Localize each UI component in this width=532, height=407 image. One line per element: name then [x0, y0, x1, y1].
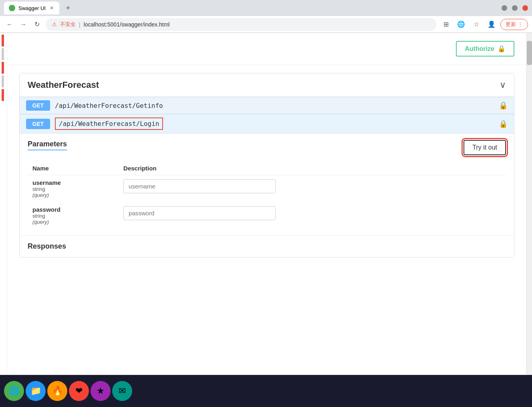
param-name-password: password [32, 206, 114, 213]
scrollbar-thumb[interactable] [527, 41, 532, 65]
taskbar: 🌐 📁 🔥 ❤ ★ ✉ [0, 375, 532, 407]
responses-section: Responses [20, 235, 514, 257]
param-name-cell: username string (query) [28, 175, 119, 202]
endpoint-getinfo[interactable]: GET /api/WeatherForecast/Getinfo 🔒 [20, 97, 514, 114]
param-type-password: string [32, 213, 114, 219]
update-menu-icon: ⋮ [518, 21, 523, 27]
endpoint-path-login: /api/WeatherForecast/Login [55, 117, 163, 130]
translate-icon[interactable]: 🌐 [455, 18, 468, 31]
url-bar[interactable]: ⚠ 不安全 | localhost:5001/swagger/index.htm… [46, 18, 436, 31]
param-location-password: (query) [32, 219, 114, 225]
taskbar-item-1[interactable]: 📁 [26, 381, 46, 401]
username-input[interactable] [123, 179, 276, 193]
browser-tab[interactable]: Swagger UI ✕ [4, 2, 59, 14]
endpoint-path-getinfo: /api/WeatherForecast/Getinfo [55, 102, 163, 109]
toolbar-icons: ⊞ 🌐 ☆ 👤 更新 ⋮ [439, 18, 528, 31]
window-controls [502, 5, 528, 11]
endpoint-login-lock-icon: 🔒 [499, 119, 508, 128]
table-header-row: Name Description [28, 162, 506, 175]
indicator-3 [2, 62, 4, 74]
browser-chrome: Swagger UI ✕ + ← → ↻ ⚠ 不安全 | localhost:5… [0, 0, 532, 33]
new-tab-button[interactable]: + [62, 2, 74, 14]
refresh-button[interactable]: ↻ [31, 19, 42, 30]
api-section-header[interactable]: WeatherForecast ∨ [20, 73, 514, 97]
table-head: Name Description [28, 162, 506, 175]
update-button[interactable]: 更新 ⋮ [500, 19, 528, 30]
minimize-button[interactable] [502, 5, 507, 11]
close-button[interactable] [522, 5, 528, 11]
panel-inner: Parameters Try it out Name Description [20, 134, 514, 235]
tab-title: Swagger UI [18, 5, 46, 11]
indicator-1 [2, 34, 4, 47]
param-input-cell [119, 202, 506, 229]
endpoint-panel: Parameters Try it out Name Description [20, 133, 514, 257]
section-title: WeatherForecast [28, 80, 99, 90]
taskbar-item-5[interactable]: ✉ [112, 381, 132, 401]
address-bar: ← → ↻ ⚠ 不安全 | localhost:5001/swagger/ind… [0, 16, 532, 33]
col-description: Description [119, 162, 506, 175]
authorize-label: Authorize [465, 45, 494, 53]
browser-content: Authorize 🔒 WeatherForecast ∨ GET /api/W… [7, 33, 526, 375]
title-bar: Swagger UI ✕ + [0, 0, 532, 16]
bottom-spacer [7, 265, 526, 290]
back-button[interactable]: ← [4, 19, 15, 30]
param-type-username: string [32, 186, 114, 192]
taskbar-item-3[interactable]: ❤ [69, 381, 89, 401]
left-indicators [0, 33, 7, 375]
taskbar-item-4[interactable]: ★ [91, 381, 111, 401]
indicator-2 [2, 48, 4, 60]
parameters-title: Parameters [28, 140, 67, 148]
nav-buttons: ← → ↻ [4, 19, 42, 30]
param-name-cell: password string (query) [28, 202, 119, 229]
unsafe-label: 不安全 [60, 21, 76, 28]
star-icon[interactable]: ☆ [470, 18, 483, 31]
restore-button[interactable] [512, 5, 518, 11]
password-input[interactable] [123, 206, 276, 220]
chevron-down-icon: ∨ [500, 80, 506, 90]
method-badge-get: GET [26, 100, 50, 111]
taskbar-chrome[interactable]: 🌐 [4, 381, 24, 401]
scrollbar-track[interactable] [526, 33, 532, 375]
col-name: Name [28, 162, 119, 175]
update-label: 更新 [506, 21, 516, 28]
grid-icon[interactable]: ⊞ [439, 18, 452, 31]
taskbar-item-2[interactable]: 🔥 [47, 381, 67, 401]
table-row: password string (query) [28, 202, 506, 229]
swagger-ui: Authorize 🔒 WeatherForecast ∨ GET /api/W… [7, 33, 526, 375]
param-input-cell [119, 175, 506, 202]
security-warning-icon: ⚠ [52, 21, 57, 27]
forward-button[interactable]: → [18, 19, 29, 30]
api-section-weatherforecast: WeatherForecast ∨ GET /api/WeatherForeca… [19, 73, 514, 257]
tab-favicon [9, 5, 15, 11]
indicator-4 [2, 75, 4, 87]
endpoint-lock-icon: 🔒 [499, 101, 508, 110]
swagger-header: Authorize 🔒 [7, 33, 526, 65]
responses-title: Responses [28, 242, 506, 251]
url-separator: | [79, 21, 81, 28]
try-it-out-button[interactable]: Try it out [463, 140, 506, 155]
param-name-username: username [32, 179, 114, 186]
param-location-username: (query) [32, 192, 114, 198]
profile-icon[interactable]: 👤 [485, 18, 498, 31]
indicator-5 [2, 89, 4, 101]
endpoint-login[interactable]: GET /api/WeatherForecast/Login 🔒 [20, 114, 514, 133]
panel-header: Parameters Try it out [28, 140, 506, 155]
authorize-button[interactable]: Authorize 🔒 [456, 41, 514, 57]
parameters-table: Name Description username string [28, 162, 506, 229]
method-badge-get-login: GET [26, 119, 50, 129]
browser-content-wrapper: Authorize 🔒 WeatherForecast ∨ GET /api/W… [0, 33, 532, 375]
tab-close-button[interactable]: ✕ [49, 5, 54, 11]
table-body: username string (query) [28, 175, 506, 229]
table-row: username string (query) [28, 175, 506, 202]
lock-icon: 🔒 [498, 45, 506, 53]
title-bar-left: Swagger UI ✕ + [4, 2, 74, 14]
url-text: localhost:5001/swagger/index.html [84, 21, 170, 28]
